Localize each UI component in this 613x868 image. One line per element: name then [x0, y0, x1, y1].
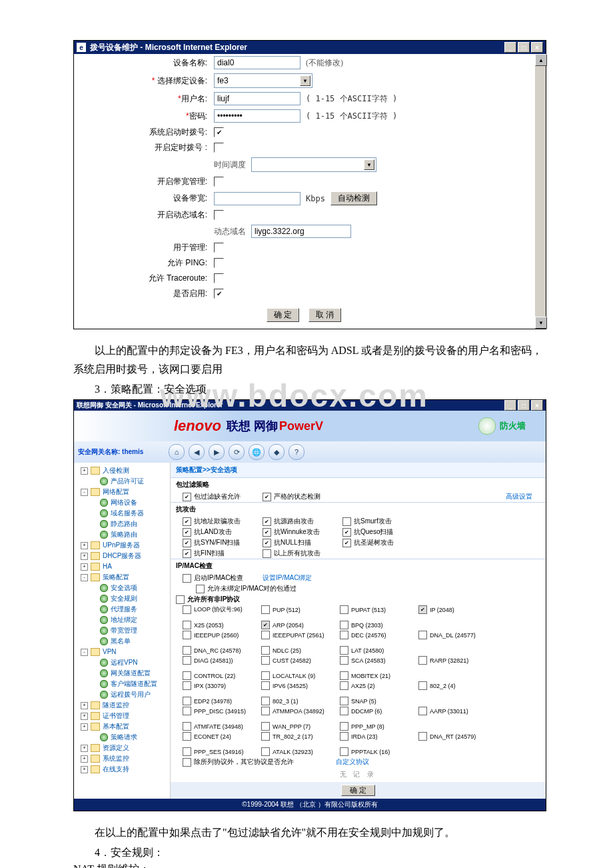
tree-node[interactable]: +隧道监控 [75, 700, 169, 711]
expand-icon[interactable]: + [81, 766, 88, 773]
antiattack-checkbox[interactable]: ✔ [263, 517, 271, 526]
proto-checkbox[interactable] [340, 646, 348, 655]
proto-checkbox[interactable] [261, 697, 270, 705]
tree-node[interactable]: 产品许可证 [75, 476, 169, 487]
ok-button[interactable]: 确 定 [341, 785, 375, 796]
proto-checkbox[interactable] [183, 671, 191, 680]
help-icon[interactable]: ? [289, 444, 305, 460]
bind-device-select[interactable]: fe3 ▼ [214, 73, 312, 88]
tree-node[interactable]: 带宽管理 [75, 625, 169, 636]
expand-icon[interactable]: + [81, 702, 88, 709]
strict-state-checkbox[interactable]: ✔ [263, 493, 271, 501]
antiattack-checkbox[interactable]: ✔ [183, 517, 191, 526]
tree-node[interactable]: -策略配置 [75, 572, 169, 583]
proto-checkbox[interactable] [340, 697, 348, 705]
refresh-icon[interactable]: ⟳ [229, 444, 245, 460]
antiattack-checkbox[interactable]: ✔ [263, 528, 271, 537]
expand-icon[interactable]: - [81, 574, 88, 581]
expand-icon[interactable]: + [81, 467, 88, 475]
tree-node[interactable]: +入侵检测 [75, 465, 169, 476]
scroll-down[interactable]: ▼ [535, 317, 547, 329]
time-schedule-select[interactable]: ▼ [251, 157, 376, 172]
tool-icon[interactable]: ◆ [269, 444, 285, 460]
filter-default-allow-checkbox[interactable]: ✔ [183, 493, 191, 501]
tree-node[interactable]: 策略请求 [75, 732, 169, 743]
ipmac-pass-checkbox[interactable] [196, 585, 205, 593]
antiattack-checkbox[interactable] [263, 549, 271, 558]
proto-checkbox[interactable] [261, 747, 270, 756]
tree-node[interactable]: +基本配置 [75, 721, 169, 732]
username-input[interactable] [214, 92, 301, 105]
tree-node[interactable]: +在线支持 [75, 764, 169, 775]
expand-icon[interactable]: + [81, 745, 88, 752]
tree-node[interactable]: +资源定义 [75, 743, 169, 753]
tree-node[interactable]: +证书管理 [75, 711, 169, 721]
antiattack-checkbox[interactable]: ✔ [183, 549, 191, 558]
except-checkbox[interactable] [183, 758, 191, 767]
tree-node[interactable]: +HA [75, 561, 169, 572]
proto-checkbox[interactable] [340, 707, 348, 715]
proto-checkbox[interactable] [261, 631, 270, 639]
tree-node[interactable]: +DHCP服务器 [75, 551, 169, 561]
ipmac-enable-checkbox[interactable] [183, 574, 191, 583]
proto-checkbox[interactable] [340, 681, 348, 690]
ipmac-bind-link[interactable]: 设置IP/MAC绑定 [263, 573, 312, 583]
bandwidth-mgmt-checkbox[interactable] [214, 177, 224, 187]
proto-checkbox[interactable] [183, 656, 191, 665]
custom-proto-link[interactable]: 自定义协议 [336, 757, 369, 767]
proto-checkbox[interactable] [183, 681, 191, 690]
tree-node[interactable]: +系统监控 [75, 753, 169, 764]
auto-detect-button[interactable]: 自动检测 [330, 191, 377, 205]
proto-checkbox[interactable] [340, 631, 348, 639]
antiattack-checkbox[interactable] [342, 517, 351, 526]
proto-checkbox[interactable] [183, 722, 191, 731]
device-name-input[interactable] [214, 56, 301, 69]
advanced-settings-link[interactable]: 高级设置 [506, 492, 532, 501]
proto-checkbox[interactable] [418, 681, 427, 690]
proto-checkbox[interactable] [261, 732, 270, 741]
minimize-button[interactable]: _ [504, 400, 516, 411]
for-manage-checkbox[interactable] [214, 243, 224, 253]
antiattack-checkbox[interactable]: ✔ [342, 539, 351, 547]
forward-icon[interactable]: ▶ [209, 444, 225, 460]
minimize-button[interactable]: _ [504, 42, 516, 53]
proto-checkbox[interactable] [261, 681, 270, 690]
expand-icon[interactable]: - [81, 649, 88, 656]
tree-node[interactable]: 地址绑定 [75, 615, 169, 625]
antiattack-checkbox[interactable]: ✔ [183, 528, 191, 537]
ddns-domain-input[interactable] [251, 225, 351, 238]
expand-icon[interactable]: + [81, 713, 88, 720]
home-icon[interactable]: ⌂ [169, 444, 185, 460]
antiattack-checkbox[interactable]: ✔ [342, 528, 351, 537]
tree-node[interactable]: -网络配置 [75, 487, 169, 497]
tree-node[interactable]: 黑名单 [75, 636, 169, 647]
scrollbar[interactable]: ▲ ▼ [535, 54, 546, 329]
close-button[interactable]: × [531, 400, 543, 411]
expand-icon[interactable]: + [81, 723, 88, 731]
proto-checkbox[interactable] [261, 646, 270, 655]
proto-checkbox[interactable] [418, 707, 427, 715]
scroll-up[interactable]: ▲ [535, 54, 547, 66]
tree-node[interactable]: 静态路由 [75, 519, 169, 529]
close-button[interactable]: × [531, 42, 543, 53]
allow-nonip-checkbox[interactable] [176, 595, 185, 604]
tree-node[interactable]: +UPnP服务器 [75, 540, 169, 551]
expand-icon[interactable]: + [81, 755, 88, 763]
proto-checkbox[interactable] [340, 605, 348, 614]
maximize-button[interactable]: □ [518, 42, 530, 53]
proto-checkbox[interactable] [183, 747, 191, 756]
ddns-checkbox[interactable] [214, 210, 224, 220]
allow-ping-checkbox[interactable] [214, 258, 224, 268]
tree-node[interactable]: -VPN [75, 647, 169, 657]
proto-checkbox[interactable] [261, 722, 270, 731]
maximize-button[interactable]: □ [518, 400, 530, 411]
antiattack-checkbox[interactable]: ✔ [263, 539, 271, 547]
proto-checkbox[interactable] [418, 631, 427, 639]
proto-checkbox[interactable] [183, 697, 191, 705]
password-input[interactable] [214, 109, 301, 123]
nav-tree[interactable]: +入侵检测产品许可证-网络配置网络设备域名服务器静态路由策略路由+UPnP服务器… [74, 463, 171, 799]
tree-node[interactable]: 安全规则 [75, 593, 169, 604]
proto-checkbox[interactable] [261, 605, 270, 614]
antiattack-checkbox[interactable]: ✔ [183, 539, 191, 547]
allow-traceroute-checkbox[interactable] [214, 273, 224, 283]
